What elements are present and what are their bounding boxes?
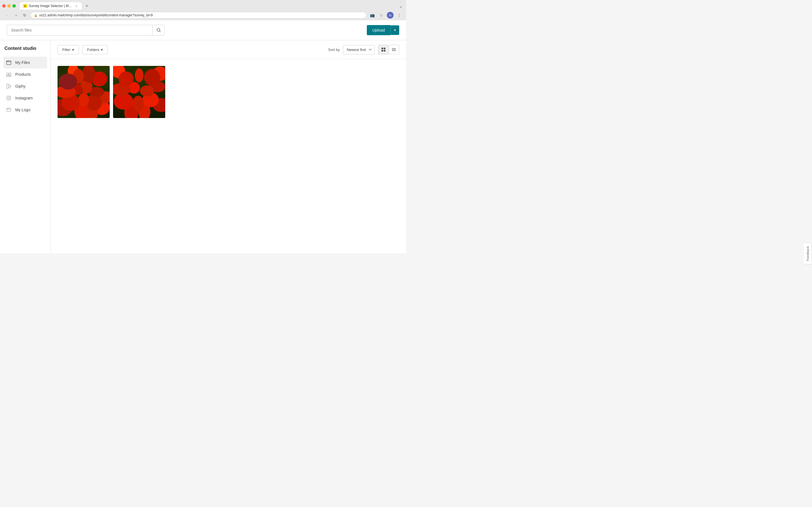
- svg-point-13: [8, 108, 9, 109]
- upload-button[interactable]: Upload: [367, 25, 391, 35]
- search-input[interactable]: [7, 25, 165, 36]
- filter-chevron-icon: ▾: [72, 48, 74, 52]
- address-field[interactable]: 🔒 us21.admin.mailchimp.com/lists/surveys…: [31, 12, 366, 18]
- filter-bar: Filter ▾ Folders ▾ Sort by Newest first …: [51, 40, 406, 59]
- svg-rect-5: [6, 75, 8, 76]
- sidebar-item-instagram-label: Instagram: [15, 96, 33, 100]
- minimize-window-btn[interactable]: [7, 4, 11, 8]
- sidebar-item-products[interactable]: Products: [3, 68, 47, 80]
- view-toggle: [378, 45, 399, 54]
- svg-rect-16: [382, 50, 383, 52]
- sort-group: Sort by Newest first Oldest first Name A…: [328, 45, 399, 54]
- svg-line-1: [159, 31, 160, 32]
- image-item[interactable]: [113, 66, 165, 118]
- sidebar: Content studio My Files: [0, 40, 51, 253]
- sidebar-item-products-label: Products: [15, 72, 31, 76]
- giphy-icon: [6, 83, 12, 89]
- sort-by-label: Sort by: [328, 48, 340, 52]
- app-container: Upload ▾ × Content studio My Files: [0, 20, 406, 253]
- new-tab-btn[interactable]: +: [83, 2, 91, 10]
- forward-btn[interactable]: →: [12, 12, 19, 18]
- browser-chrome: C Survey Image Selector | Mailc... × + ⌄…: [0, 0, 406, 20]
- tab-favicon-icon: C: [23, 4, 27, 8]
- search-icon: [156, 28, 161, 33]
- lock-icon: 🔒: [34, 14, 38, 17]
- my-logo-icon: [6, 107, 12, 113]
- window-controls: [2, 4, 16, 8]
- main-content: Content studio My Files: [0, 40, 406, 253]
- svg-rect-7: [7, 84, 8, 89]
- sidebar-title: Content studio: [3, 46, 47, 51]
- toolbar-icons: 📺 ☆ In ⋮: [369, 12, 403, 18]
- list-view-icon: [392, 47, 396, 52]
- svg-rect-6: [9, 75, 11, 76]
- cast-icon-btn[interactable]: 📺: [369, 12, 375, 18]
- tab-title: Survey Image Selector | Mailc...: [29, 4, 73, 8]
- profile-avatar: In: [387, 12, 394, 18]
- search-wrapper: [7, 25, 165, 36]
- sidebar-item-giphy[interactable]: Giphy: [3, 80, 47, 92]
- svg-rect-4: [9, 73, 11, 75]
- sidebar-item-my-files-label: My Files: [15, 60, 30, 65]
- filter-label: Filter: [62, 48, 70, 52]
- tab-overflow-icon: ⌄: [398, 2, 404, 10]
- refresh-btn[interactable]: ↻: [21, 12, 28, 18]
- content-area: Filter ▾ Folders ▾ Sort by Newest first …: [51, 40, 406, 253]
- svg-point-12: [7, 108, 8, 109]
- sidebar-item-my-logo[interactable]: My Logo: [3, 104, 47, 116]
- svg-rect-3: [6, 73, 8, 75]
- list-view-button[interactable]: [389, 45, 399, 54]
- bookmark-btn[interactable]: ☆: [378, 12, 385, 18]
- products-icon: [6, 71, 12, 77]
- search-button[interactable]: [152, 25, 165, 36]
- maximize-window-btn[interactable]: [12, 4, 16, 8]
- sidebar-item-giphy-label: Giphy: [15, 84, 26, 89]
- back-btn[interactable]: ←: [3, 12, 10, 18]
- tab-bar: C Survey Image Selector | Mailc... × + ⌄: [0, 0, 406, 10]
- my-files-icon: [6, 59, 12, 66]
- image-grid: [51, 59, 406, 253]
- menu-btn[interactable]: ⋮: [396, 12, 403, 18]
- svg-rect-17: [384, 50, 386, 52]
- top-bar: Upload ▾ ×: [0, 20, 406, 40]
- sidebar-item-instagram[interactable]: Instagram: [3, 92, 47, 104]
- image-item[interactable]: [57, 66, 110, 118]
- svg-rect-14: [382, 48, 383, 49]
- svg-point-9: [8, 97, 10, 99]
- tab-close-btn[interactable]: ×: [74, 4, 79, 8]
- folders-chevron-icon: ▾: [101, 48, 103, 52]
- grid-view-icon: [381, 47, 386, 52]
- close-window-btn[interactable]: [2, 4, 6, 8]
- folders-button[interactable]: Folders ▾: [82, 45, 108, 54]
- profile-switch-btn[interactable]: In: [387, 12, 394, 18]
- address-text: us21.admin.mailchimp.com/lists/surveys/e…: [39, 13, 153, 17]
- sidebar-item-my-logo-label: My Logo: [15, 108, 31, 112]
- grid-view-button[interactable]: [378, 45, 389, 54]
- instagram-icon: [6, 95, 12, 101]
- active-tab[interactable]: C Survey Image Selector | Mailc... ×: [20, 2, 82, 10]
- address-bar: ← → ↻ 🔒 us21.admin.mailchimp.com/lists/s…: [0, 10, 406, 20]
- svg-point-10: [10, 97, 10, 97]
- filter-button[interactable]: Filter ▾: [57, 45, 79, 54]
- close-button[interactable]: ×: [393, 25, 402, 34]
- sidebar-item-my-files[interactable]: My Files: [3, 57, 47, 68]
- sort-select[interactable]: Newest first Oldest first Name A-Z Name …: [343, 45, 375, 54]
- folders-label: Folders: [87, 48, 99, 52]
- svg-rect-15: [384, 48, 386, 49]
